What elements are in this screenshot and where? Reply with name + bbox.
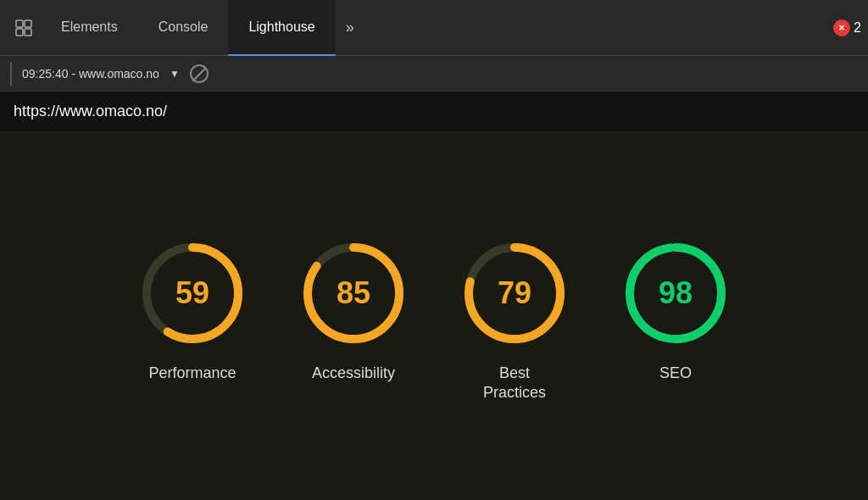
tab-bar-right: × 2 — [833, 19, 861, 36]
gauge-value-accessibility: 85 — [337, 275, 370, 311]
block-icon[interactable] — [190, 64, 209, 83]
devtools-icon — [7, 0, 41, 56]
score-item-best-practices: 79BestPractices — [459, 238, 570, 403]
score-label-best-practices: BestPractices — [483, 364, 546, 403]
main-content: 59Performance85Accessibility79BestPracti… — [0, 132, 868, 500]
score-item-accessibility: 85Accessibility — [298, 238, 409, 383]
gauge-value-best-practices: 79 — [498, 275, 531, 311]
tab-console[interactable]: Console — [138, 0, 229, 56]
gauge-value-performance: 59 — [175, 275, 209, 311]
session-text: 09:25:40 - www.omaco.no — [22, 67, 159, 81]
url-bar: https://www.omaco.no/ — [0, 92, 868, 132]
gauge-value-seo: 98 — [659, 275, 693, 311]
score-label-seo: SEO — [659, 364, 692, 383]
gauge-best-practices[interactable]: 79 — [459, 238, 570, 348]
svg-rect-3 — [25, 29, 31, 36]
error-badge[interactable]: × 2 — [833, 19, 861, 36]
tab-elements[interactable]: Elements — [41, 0, 138, 56]
dropdown-icon[interactable]: ▼ — [170, 68, 180, 80]
gauge-seo[interactable]: 98 — [620, 238, 731, 348]
toolbar-separator — [10, 62, 12, 86]
score-item-seo: 98SEO — [620, 238, 731, 383]
svg-rect-0 — [16, 20, 23, 27]
error-x-label: × — [839, 22, 845, 34]
scores-row: 59Performance85Accessibility79BestPracti… — [137, 238, 731, 403]
tab-bar: Elements Console Lighthouse » × 2 — [0, 0, 868, 56]
gauge-accessibility[interactable]: 85 — [298, 238, 409, 348]
score-label-accessibility: Accessibility — [312, 364, 395, 383]
error-count: 2 — [854, 20, 861, 36]
url-text: https://www.omaco.no/ — [14, 103, 167, 120]
gauge-performance[interactable]: 59 — [137, 238, 248, 348]
svg-rect-1 — [25, 20, 31, 27]
tab-lighthouse[interactable]: Lighthouse — [228, 0, 335, 56]
more-tabs-icon: » — [346, 19, 354, 36]
tab-elements-label: Elements — [61, 19, 118, 35]
score-item-performance: 59Performance — [137, 238, 248, 383]
score-label-performance: Performance — [148, 364, 236, 383]
tab-lighthouse-label: Lighthouse — [248, 19, 314, 35]
more-tabs-button[interactable]: » — [336, 0, 364, 56]
svg-rect-2 — [16, 29, 23, 36]
tab-bar-left: Elements Console Lighthouse » — [7, 0, 364, 56]
toolbar: 09:25:40 - www.omaco.no ▼ — [0, 56, 868, 92]
tab-console-label: Console — [159, 19, 209, 35]
error-icon: × — [833, 19, 850, 36]
